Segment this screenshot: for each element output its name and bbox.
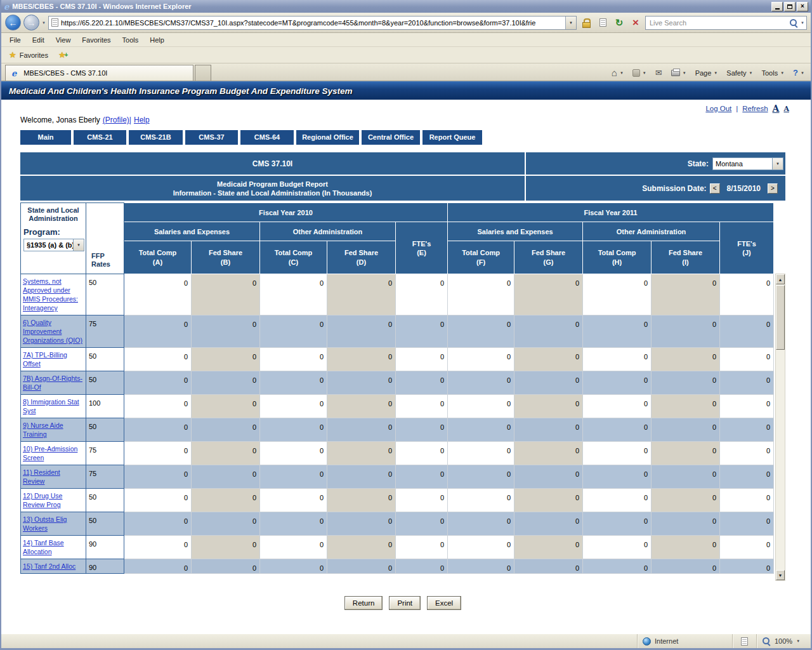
program-link[interactable]: Systems, not Approved under MMIS Procedu… [23, 277, 78, 312]
value-cell: 0 [583, 315, 652, 348]
print-button[interactable]: Print [389, 596, 421, 610]
stop-button[interactable]: × [629, 16, 643, 30]
scrollbar-track[interactable] [776, 350, 785, 570]
menu-item-tools[interactable]: Tools [117, 36, 145, 44]
search-icon[interactable] [789, 18, 798, 27]
help-menu-button[interactable]: ?▼ [790, 67, 807, 79]
zoom-control[interactable]: 100% ▼ [756, 634, 811, 648]
value-cell: 0 [396, 465, 448, 489]
url-field[interactable]: https://65.220.21.10/MBESCBES/CMS37/CMS3… [48, 16, 577, 30]
scrollbar-thumb[interactable] [776, 285, 785, 350]
program-link[interactable]: 12) Drug Use Review Prog [23, 492, 62, 508]
search-box[interactable]: Live Search ▼ [645, 16, 807, 30]
nav-tab-central-office[interactable]: Central Office [362, 130, 420, 145]
nav-tab-cms-21b[interactable]: CMS-21B [129, 130, 183, 145]
scroll-up-icon[interactable]: ▲ [776, 274, 785, 284]
excel-button[interactable]: Excel [427, 596, 461, 610]
refresh-icon: ↻ [615, 17, 624, 29]
program-select[interactable]: §1935 (a) & (b) ▼ [23, 239, 84, 251]
program-link[interactable]: 7A) TPL-Billing Offset [23, 351, 67, 368]
nav-tab-report-queue[interactable]: Report Queue [422, 130, 482, 145]
search-dropdown-icon[interactable]: ▼ [801, 21, 804, 25]
browser-tab[interactable]: e MBES/CBES - CMS 37.10I [5, 65, 193, 81]
home-button[interactable]: ⌂▼ [609, 68, 626, 78]
page-menu-button[interactable]: Page▼ [693, 68, 721, 78]
program-link[interactable]: 6) Quality Improvement Organizations (QI… [23, 319, 82, 344]
compatibility-view-button[interactable] [596, 16, 610, 30]
next-date-button[interactable]: > [768, 183, 778, 194]
program-link[interactable]: 15) Tanf 2nd Alloc [23, 562, 75, 570]
value-cell: 0 [514, 395, 583, 418]
ffp-rate-cell: 50 [86, 512, 124, 536]
nav-tab-cms-21[interactable]: CMS-21 [74, 130, 126, 145]
security-zone-indicator: Internet [637, 634, 732, 648]
read-mail-button[interactable]: ✉ [653, 67, 665, 79]
value-cell: 0 [192, 512, 260, 536]
recent-pages-dropdown-icon[interactable]: ▼ [42, 21, 46, 25]
program-link[interactable]: 13) Outsta Elig Workers [23, 515, 67, 532]
program-link[interactable]: 7B) Asgn-Of-Rights-Bill-Of [23, 375, 82, 391]
value-cell: 0 [448, 442, 514, 465]
value-cell: 0 [583, 274, 652, 315]
menu-item-file[interactable]: File [4, 36, 27, 44]
value-cell: 0 [514, 536, 583, 559]
refresh-button[interactable]: ↻ [612, 16, 626, 30]
tools-menu-button[interactable]: Tools▼ [759, 68, 787, 78]
feeds-button[interactable]: ▼ [630, 68, 649, 78]
url-dropdown-icon[interactable]: ▼ [565, 17, 576, 29]
nav-tab-cms-64[interactable]: CMS-64 [240, 130, 294, 145]
menu-item-help[interactable]: Help [144, 36, 170, 44]
program-link[interactable]: 9) Nurse Aide Training [23, 421, 63, 438]
zone-label: Internet [655, 637, 678, 645]
logout-link[interactable]: Log Out [705, 105, 731, 112]
value-cell: 0 [192, 418, 260, 442]
forward-button[interactable]: → [23, 15, 39, 30]
nav-tab-regional-office[interactable]: Regional Office [296, 130, 359, 145]
close-button[interactable]: × [797, 2, 808, 11]
zoom-dropdown-icon[interactable]: ▼ [796, 639, 800, 643]
minimize-button[interactable] [771, 2, 783, 11]
help-link[interactable]: Help [134, 116, 150, 124]
ie-logo-icon: e [4, 2, 9, 11]
menu-item-view[interactable]: View [50, 36, 77, 44]
value-cell: 0 [720, 348, 774, 371]
value-cell: 0 [327, 348, 396, 371]
favorites-button[interactable]: ★ Favorites [5, 49, 52, 61]
program-link[interactable]: 14) Tanf Base Allocation [23, 539, 64, 555]
app-nav-tabs: MainCMS-21CMS-21BCMS-37CMS-64Regional Of… [20, 130, 798, 145]
refresh-link[interactable]: Refresh [742, 105, 768, 112]
scroll-down-icon[interactable]: ▼ [776, 570, 785, 580]
return-button[interactable]: Return [344, 596, 383, 610]
prev-date-button[interactable]: < [710, 183, 720, 194]
add-to-favorites-bar-button[interactable]: ★+ [58, 50, 69, 60]
value-cell: 0 [124, 348, 192, 371]
program-link[interactable]: 11) Resident Review [23, 468, 60, 485]
ffp-rate-cell: 50 [86, 489, 124, 512]
print-button[interactable]: ▼ [669, 69, 689, 77]
value-cell: 0 [448, 489, 514, 512]
value-cell: 0 [720, 512, 774, 536]
table-scrollbar[interactable]: ▲ ▼ [775, 274, 785, 581]
nav-tab-main[interactable]: Main [20, 130, 71, 145]
new-tab-stub[interactable] [195, 65, 211, 81]
program-link[interactable]: 8) Immigration Stat Syst [23, 398, 79, 415]
font-size-decrease-icon[interactable]: A [783, 105, 789, 113]
nav-tab-cms-37[interactable]: CMS-37 [185, 130, 238, 145]
globe-icon [643, 637, 651, 646]
menu-item-favorites[interactable]: Favorites [76, 36, 116, 44]
program-select-arrow-icon[interactable]: ▼ [73, 239, 84, 251]
state-select-arrow-icon[interactable]: ▼ [772, 158, 783, 169]
safety-menu-button[interactable]: Safety▼ [724, 68, 755, 78]
value-cell: 0 [720, 418, 774, 442]
state-select[interactable]: Montana ▼ [712, 157, 783, 170]
status-message-area [1, 634, 637, 648]
ffp-rate-cell: 50 [86, 274, 124, 315]
menu-item-edit[interactable]: Edit [27, 36, 50, 44]
program-link[interactable]: 10) Pre-Admission Screen [23, 445, 77, 461]
profile-link[interactable]: (Profile)| [103, 116, 131, 124]
back-button[interactable]: ← [5, 15, 21, 30]
add-favorite-plus-icon: + [65, 51, 69, 58]
maximize-button[interactable] [784, 2, 796, 11]
font-size-increase-icon[interactable]: A [773, 103, 780, 114]
certificate-lock-button[interactable] [579, 16, 593, 30]
